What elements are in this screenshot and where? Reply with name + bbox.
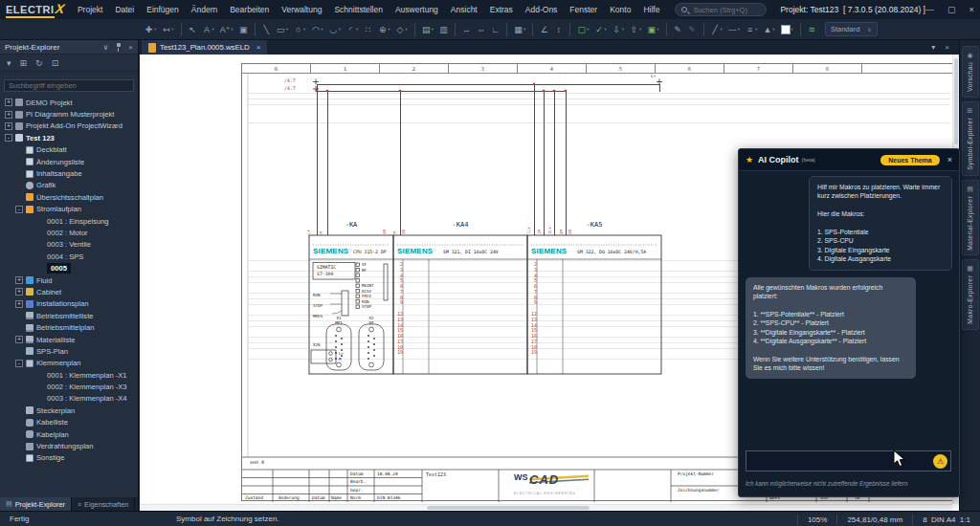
toolbar-button[interactable]: ▣ [237,21,250,38]
tree-expander-icon[interactable] [15,454,23,462]
right-panel-tab[interactable]: ◉Vorschau [962,46,979,98]
tree-item[interactable]: +Materialliste [0,334,138,345]
menu-item[interactable]: Auswertung [395,5,438,14]
toolbar-button[interactable] [506,23,507,36]
toolbar-button[interactable] [666,23,667,36]
toolbar-button[interactable]: ▥ [437,21,450,38]
toolbar-button[interactable]: ↔ [460,21,473,38]
right-panel-tab[interactable]: ⊞Symbol-Explorer [962,101,979,176]
toolbar-button[interactable]: ∟ [489,21,501,38]
tree-expander-icon[interactable] [15,443,23,450]
sidebar-tool-button[interactable]: ↻ [35,58,43,68]
tree-item[interactable]: +Installationsplan [0,298,138,310]
tree-expander-icon[interactable] [26,371,33,379]
horizontal-scrollbar[interactable] [140,504,952,511]
sidebar-tab[interactable]: ▤Projekt-Explorer [0,497,72,511]
sidebar-tool-button[interactable]: ⊡ [52,58,59,68]
toolbar-button[interactable]: ╲ [260,21,273,38]
tree-expander-icon[interactable] [15,146,23,154]
menu-item[interactable]: Ändern [191,5,217,14]
tree-expander-icon[interactable] [26,252,33,260]
tree-item[interactable]: Kabelplan [0,428,138,440]
right-panel-tab[interactable]: ▦Makro-Explorer [962,259,979,330]
tree-item[interactable]: +PI Diagramm Musterprojekt [0,108,138,120]
menu-item[interactable]: Ansicht [451,5,478,14]
tree-item[interactable]: +Cabinet [0,286,138,297]
tree-item[interactable]: 0002 : Klemmenplan -X3 [0,381,138,392]
tree-item[interactable]: Betriebsmittelplan [0,321,138,333]
toolbar-button[interactable]: — [726,21,742,38]
tree-item[interactable]: Inhaltsangabe [0,167,138,179]
toolbar-button[interactable]: ≡ [744,21,759,38]
tree-item[interactable]: Sonstige [0,452,138,464]
document-tab[interactable]: Test123_Plan.0005.wsELD × [142,40,267,55]
tree-item[interactable]: 0003 : Ventile [0,239,138,251]
tree-item[interactable]: Kabelliste [0,417,138,428]
copilot-close-icon[interactable]: × [947,155,952,164]
toolbar-button[interactable]: ▦ [512,21,527,38]
minimize-button[interactable]: — [925,5,934,14]
toolbar-button[interactable]: ▲ [761,21,776,38]
toolbar-button[interactable] [569,23,570,36]
toolbar-button[interactable]: ↖ [187,21,199,38]
tree-item[interactable]: -Test 123 [0,132,138,143]
tree-expander-icon[interactable]: + [15,336,23,343]
menu-item[interactable]: Projekt [78,5,102,14]
tree-expander-icon[interactable] [26,241,33,249]
new-topic-button[interactable]: Neues Thema [880,155,940,165]
tree-item[interactable]: Steckerplan [0,405,138,416]
toolbar-button[interactable]: ⇔ [475,21,487,38]
tree-item[interactable]: Übersichtsschaltplan [0,191,138,203]
tree-expander-icon[interactable]: + [5,99,12,106]
tree-item[interactable]: +Fluid [0,274,138,286]
tree-expander-icon[interactable] [15,312,23,319]
tab-bar-close-icon[interactable]: × [945,43,949,52]
menu-item[interactable]: Datei [115,5,134,14]
document-tab-close-icon[interactable]: × [256,43,261,52]
toolbar-button[interactable] [181,23,182,36]
toolbar-button[interactable]: ○ [292,21,307,38]
global-search-input[interactable] [691,5,758,15]
toolbar-button[interactable]: ∠ [538,21,550,38]
tree-item[interactable]: 0004 : SPS [0,251,138,262]
collapse-icon[interactable]: ∨ [102,43,108,52]
toolbar-button[interactable]: A [201,21,216,38]
toolbar-button[interactable]: ▢ [575,21,590,38]
toolbar-button[interactable]: ✎ [672,21,684,38]
menu-item[interactable]: Fenster [569,5,597,14]
toolbar-button[interactable] [779,21,795,38]
panel-close-icon[interactable]: × [128,43,133,52]
toolbar-button[interactable]: ╱ [709,21,724,38]
vertical-scrollbar-thumb[interactable] [954,58,958,144]
tree-item[interactable]: Grafik [0,180,138,191]
tree-expander-icon[interactable] [26,217,33,225]
tree-item[interactable]: Betriebsmittelliste [0,310,138,321]
tree-item[interactable]: SPS-Plan [0,345,138,357]
menu-item[interactable]: Bearbeiten [230,5,269,14]
global-search[interactable] [675,3,767,16]
explorer-search-input[interactable] [4,79,134,92]
tree-expander-icon[interactable]: + [5,122,12,130]
menu-item[interactable]: Schnittstellen [334,5,383,14]
sidebar-tool-button[interactable]: ▾ [7,58,11,68]
toolbar-button[interactable]: ◜ [345,21,360,38]
tree-item[interactable]: +Projekt Add-On ProjectWizard [0,121,138,132]
toolbar-button[interactable]: ≋ [806,21,818,38]
tree-expander-icon[interactable]: + [15,276,23,284]
toolbar-button[interactable]: ◠ [309,21,324,38]
sidebar-tool-button[interactable]: ⊞ [20,58,28,68]
sidebar-tab[interactable]: ≡Eigenschaften [72,497,135,511]
tree-expander-icon[interactable] [15,170,23,178]
close-button[interactable]: × [969,5,973,14]
tree-item[interactable]: Deckblatt [0,144,138,156]
tree-item[interactable]: +DEMO Projekt [0,97,138,108]
toolbar-button[interactable]: ◡ [327,21,343,38]
toolbar-button[interactable] [703,23,704,36]
tree-item[interactable]: Verdrahtungsplan [0,440,138,451]
toolbar-button[interactable]: ✚ [143,21,158,38]
menu-item[interactable]: Extras [490,5,513,14]
tree-expander-icon[interactable]: + [5,111,12,119]
toolbar-button[interactable] [800,23,801,36]
toolbar-button[interactable]: ▭ [275,21,290,38]
tree-expander-icon[interactable]: + [15,300,23,308]
